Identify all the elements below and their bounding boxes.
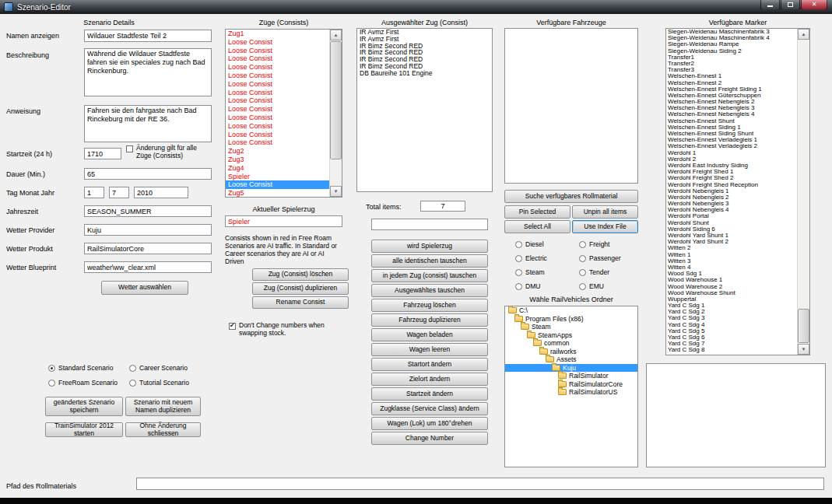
start-simulator-button[interactable]: TrainSimulator 2012 starten xyxy=(45,422,123,437)
consist-item[interactable]: Zug2 xyxy=(226,147,330,156)
consists-scrollbar[interactable]: ▲ ▼ xyxy=(329,30,342,197)
name-input[interactable] xyxy=(84,30,212,42)
scenario-type-radio[interactable]: Tutorial Scenario xyxy=(129,378,215,387)
consist-action-button[interactable]: Startzeit ändern xyxy=(371,387,488,401)
consist-action-button[interactable]: alle identischen tauschen xyxy=(371,254,488,268)
vehicle-filter-radio[interactable]: Freight xyxy=(579,240,643,249)
consist-item[interactable]: Loose Consist xyxy=(226,105,330,114)
markers-listbox[interactable]: Siegen-Weidenau Maschinenfabrik 3 Siegen… xyxy=(665,28,810,355)
scrollbar-thumb[interactable] xyxy=(330,41,342,159)
maximize-button[interactable] xyxy=(781,0,800,10)
month-input[interactable] xyxy=(109,187,129,198)
dont-change-numbers-checkbox[interactable]: Don't Change numbers when swapping stock… xyxy=(229,322,342,338)
vehicle-filter-radio[interactable]: Diesel xyxy=(515,240,579,249)
consist-action-button[interactable]: Ausgewähltes tauschen xyxy=(371,284,488,297)
folder-item[interactable]: SteamApps xyxy=(505,331,637,340)
consist-item[interactable]: Loose Consist xyxy=(226,114,330,122)
consist-action-button[interactable]: Startort ändern xyxy=(371,358,488,371)
close-without-saving-button[interactable]: Ohne Änderung schliessen xyxy=(125,422,201,437)
scroll-down-icon[interactable]: ▼ xyxy=(798,344,809,355)
consist-action-button[interactable]: Zugklasse (Service Class) ändern xyxy=(371,402,488,415)
description-input[interactable]: Während die Wildauer Stadtfeste fahren s… xyxy=(84,48,212,96)
consist-action-button[interactable]: Fahrzeug duplizieren xyxy=(371,313,488,327)
consists-listbox[interactable]: Zug1 Loose Consist Loose Consist Loose C… xyxy=(225,29,342,198)
consist-item[interactable]: Loose Consist xyxy=(226,138,330,147)
folder-item[interactable]: common xyxy=(505,339,637,348)
vehicle-filter-radio[interactable]: Electric xyxy=(515,254,579,263)
instruction-input[interactable]: Fahren sie den fahrgaste nach Bad Rincke… xyxy=(84,105,212,142)
year-input[interactable] xyxy=(134,187,188,198)
duration-input[interactable] xyxy=(84,168,212,180)
rename-consist-button[interactable]: Rename Consist xyxy=(252,296,349,309)
marker-item[interactable]: Yard C Sdg 8 xyxy=(666,347,798,353)
day-input[interactable] xyxy=(84,187,104,198)
folder-item[interactable]: RailSimulatorCore xyxy=(505,380,637,389)
vehicle-filter-radio[interactable]: Passenger xyxy=(579,254,643,263)
folder-tree[interactable]: C:\ Program Files (x86) Steam SteamApps xyxy=(504,306,638,467)
close-button[interactable]: ✕ xyxy=(801,0,827,10)
consist-item[interactable]: Loose Consist xyxy=(226,180,330,189)
start-time-input[interactable] xyxy=(84,148,121,159)
selected-consist-listbox[interactable]: IR Avmz First IR Avmz First IR Bimz Seco… xyxy=(356,28,493,192)
vehicle-filter-radio[interactable]: Steam xyxy=(515,268,579,277)
duplicate-scenario-button[interactable]: Szenario mit neuem Namen duplizieren xyxy=(125,397,201,416)
duplicate-consist-button[interactable]: Zug (Consist) duplizieren xyxy=(252,282,349,295)
minimize-button[interactable] xyxy=(760,0,780,10)
use-index-file-button[interactable]: Use Index File xyxy=(572,220,638,233)
consist-item[interactable]: Loose Consist xyxy=(226,54,330,63)
consist-item[interactable]: Loose Consist xyxy=(226,89,330,97)
title-bar[interactable]: Szenario-Editor ✕ xyxy=(0,0,832,14)
folder-item[interactable]: RailSimulatorUS xyxy=(505,388,637,397)
scroll-up-icon[interactable]: ▲ xyxy=(798,29,809,40)
folder-item[interactable]: railworks xyxy=(505,348,637,356)
all-trains-checkbox[interactable]: Änderung gilt für alle Züge (Consists) xyxy=(126,145,213,160)
select-weather-button[interactable]: Wetter auswählen xyxy=(101,281,188,295)
consist-item[interactable]: Loose Consist xyxy=(226,131,330,139)
save-scenario-button[interactable]: geändertes Szenario speichern xyxy=(45,397,123,416)
consist-action-button[interactable]: in jedem Zug (consist) tauschen xyxy=(371,269,488,282)
scenario-type-radio[interactable]: Career Scenario xyxy=(129,363,215,373)
consist-item[interactable]: Zug4 xyxy=(226,164,330,173)
consist-item[interactable]: Loose Consist xyxy=(226,122,330,131)
unpin-all-button[interactable]: Unpin all items xyxy=(572,205,638,219)
select-all-button[interactable]: Select All xyxy=(504,220,570,233)
consist-item[interactable]: Loose Consist xyxy=(226,38,330,47)
vehicle-filter-radio[interactable]: EMU xyxy=(579,282,643,291)
season-input[interactable] xyxy=(84,205,212,217)
consist-item[interactable]: Loose Consist xyxy=(226,80,330,89)
consist-item[interactable]: Zug5 xyxy=(226,189,330,197)
consist-item[interactable]: Zug1 xyxy=(226,30,330,38)
scrollbar-thumb[interactable] xyxy=(798,309,809,343)
consist-action-button[interactable]: Wagen beladen xyxy=(371,328,488,341)
consist-action-button[interactable]: Change Number xyxy=(371,432,488,445)
consist-item[interactable]: Loose Consist xyxy=(226,63,330,72)
search-rolling-stock-button[interactable]: Suche verfügbares Rollmaterial xyxy=(504,190,638,203)
consist-item[interactable]: Loose Consist xyxy=(226,47,330,55)
vehicle-filter-radio[interactable]: DMU xyxy=(515,282,579,291)
rolling-stock-path-input[interactable] xyxy=(136,478,824,490)
consist-action-button[interactable]: Zielort ändern xyxy=(371,373,488,386)
consist-action-button[interactable]: Wagen (Lok) um 180°drehen xyxy=(371,417,488,430)
pin-selected-button[interactable]: Pin Selected xyxy=(504,205,570,219)
folder-item[interactable]: C:\ xyxy=(505,306,637,315)
consist-action-button[interactable]: Fahrzeug löschen xyxy=(371,299,488,312)
consist-item[interactable]: Loose Consist xyxy=(226,72,330,80)
current-player-input[interactable] xyxy=(225,215,342,227)
consist-item[interactable]: Zug3 xyxy=(226,156,330,164)
scroll-down-icon[interactable]: ▼ xyxy=(330,186,342,197)
folder-item[interactable]: RailSimulator xyxy=(505,372,637,380)
scroll-up-icon[interactable]: ▲ xyxy=(330,30,342,40)
available-vehicles-listbox[interactable] xyxy=(504,28,638,184)
consist-action-button[interactable]: wird Spielerzug xyxy=(371,240,488,253)
folder-item[interactable]: Assets xyxy=(505,355,637,364)
vehicle-item[interactable]: DB Baureihe 101 Engine xyxy=(357,70,492,77)
scenario-type-radio[interactable]: Standard Scenario xyxy=(48,363,129,373)
delete-consist-button[interactable]: Zug (Consist) löschen xyxy=(252,268,349,281)
folder-item[interactable]: Kuju xyxy=(505,364,637,373)
weather-product-input[interactable] xyxy=(84,243,212,254)
vehicle-filter-radio[interactable]: Tender xyxy=(579,268,643,277)
consist-item[interactable]: Spieler xyxy=(226,173,330,181)
vehicle-filter-input[interactable] xyxy=(371,219,488,230)
markers-scrollbar[interactable]: ▲ ▼ xyxy=(797,29,809,355)
weather-provider-input[interactable] xyxy=(84,224,212,236)
